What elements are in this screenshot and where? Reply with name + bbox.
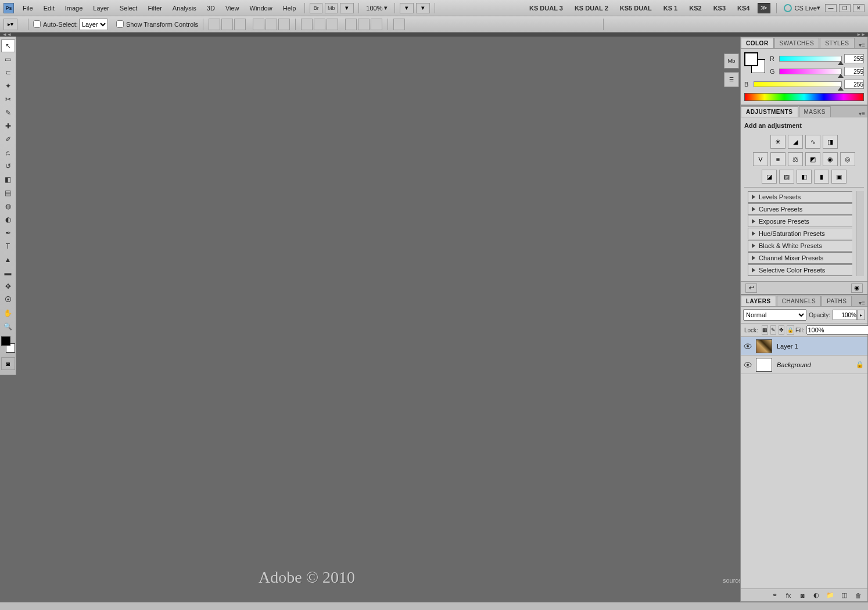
tab-adjustments[interactable]: ADJUSTMENTS bbox=[741, 106, 798, 117]
tool-preset-picker[interactable]: ▸▾ bbox=[3, 19, 17, 30]
menu-view[interactable]: View bbox=[220, 5, 245, 12]
preset-curves[interactable]: Curves Presets bbox=[748, 203, 852, 215]
tab-masks[interactable]: MASKS bbox=[799, 106, 831, 117]
gradient-tool-icon[interactable]: ▤ bbox=[1, 186, 15, 199]
minibridge-button[interactable]: Mb bbox=[325, 3, 338, 13]
layer-group-icon[interactable]: 📁 bbox=[824, 591, 836, 600]
eyedropper-tool-icon[interactable]: ✎ bbox=[1, 106, 15, 119]
visibility-icon[interactable] bbox=[743, 360, 752, 369]
gradient-map-icon[interactable]: ▮ bbox=[814, 170, 829, 184]
workspace-ks4[interactable]: KS4 bbox=[731, 5, 755, 12]
preset-huesat[interactable]: Hue/Saturation Presets bbox=[748, 228, 852, 239]
zoom-tool-icon[interactable]: 🔍 bbox=[1, 320, 15, 333]
new-layer-icon[interactable]: ◫ bbox=[838, 591, 850, 600]
preset-exposure[interactable]: Exposure Presets bbox=[748, 216, 852, 227]
g-slider[interactable] bbox=[779, 69, 842, 74]
workspace-ksdual2[interactable]: KS DUAL 2 bbox=[569, 5, 614, 12]
workspace-overflow-button[interactable]: ≫ bbox=[758, 3, 770, 13]
hue-saturation-icon[interactable]: ≡ bbox=[770, 152, 785, 166]
threshold-icon[interactable]: ◧ bbox=[797, 170, 812, 184]
color-balance-icon[interactable]: ⚖ bbox=[788, 152, 803, 166]
lock-all-icon[interactable]: 🔒 bbox=[787, 325, 794, 335]
distribute-hcenter-icon[interactable] bbox=[358, 19, 370, 30]
screen-mode-dropdown[interactable]: ▾ bbox=[416, 3, 430, 13]
auto-select-target[interactable]: Layer bbox=[79, 19, 108, 30]
workspace-ks1[interactable]: KS 1 bbox=[658, 5, 683, 12]
selective-color-icon[interactable]: ▣ bbox=[831, 170, 847, 184]
lock-transparency-icon[interactable]: ▦ bbox=[762, 325, 768, 335]
r-input[interactable] bbox=[844, 54, 864, 63]
brush-tool-icon[interactable]: ✐ bbox=[1, 133, 15, 146]
panel-menu-icon[interactable]: ▾≡ bbox=[856, 42, 867, 48]
blur-tool-icon[interactable]: ◍ bbox=[1, 200, 15, 213]
window-minimize-button[interactable]: — bbox=[825, 4, 837, 12]
3d-tool-icon[interactable]: ✥ bbox=[1, 280, 15, 293]
align-bottom-edges-icon[interactable] bbox=[234, 19, 246, 30]
healing-brush-tool-icon[interactable]: ✚ bbox=[1, 120, 15, 132]
bridge-button[interactable]: Br bbox=[310, 3, 322, 13]
panel-menu-icon[interactable]: ▾≡ bbox=[856, 300, 867, 306]
tab-channels[interactable]: CHANNELS bbox=[777, 296, 821, 306]
posterize-icon[interactable]: ▨ bbox=[779, 170, 794, 184]
history-brush-tool-icon[interactable]: ↺ bbox=[1, 160, 15, 173]
menu-file[interactable]: File bbox=[17, 5, 38, 12]
zoom-level[interactable]: 100% ▾ bbox=[366, 4, 388, 12]
window-close-button[interactable]: ✕ bbox=[853, 4, 865, 12]
menu-layer[interactable]: Layer bbox=[88, 5, 114, 12]
distribute-bottom-icon[interactable] bbox=[327, 19, 338, 30]
align-left-edges-icon[interactable] bbox=[253, 19, 264, 30]
eraser-tool-icon[interactable]: ◧ bbox=[1, 173, 15, 186]
link-layers-icon[interactable]: ⚭ bbox=[769, 591, 780, 600]
layer-style-icon[interactable]: fx bbox=[783, 591, 794, 600]
spectrum-bar[interactable] bbox=[744, 93, 864, 101]
view-extras-dropdown[interactable]: ▾ bbox=[340, 3, 354, 13]
hand-tool-icon[interactable]: ✋ bbox=[1, 307, 15, 320]
type-tool-icon[interactable]: T bbox=[1, 240, 15, 253]
color-picker-swatch[interactable] bbox=[744, 52, 765, 73]
black-white-icon[interactable]: ◩ bbox=[805, 152, 820, 166]
menu-edit[interactable]: Edit bbox=[38, 5, 60, 12]
return-to-adjustments-icon[interactable]: ↩ bbox=[745, 284, 757, 293]
photo-filter-icon[interactable]: ◉ bbox=[823, 152, 838, 166]
color-swatches[interactable] bbox=[1, 336, 15, 353]
vibrance-icon[interactable]: V bbox=[753, 152, 768, 166]
opacity-input[interactable] bbox=[833, 310, 857, 320]
layer-name[interactable]: Background bbox=[777, 361, 811, 368]
quick-mask-icon[interactable]: ◙ bbox=[1, 357, 15, 370]
collapsed-panel-icon[interactable]: Mb bbox=[724, 53, 739, 69]
move-tool-icon[interactable]: ↖ bbox=[1, 40, 15, 52]
b-slider[interactable] bbox=[754, 81, 842, 87]
pen-tool-icon[interactable]: ✒ bbox=[1, 227, 15, 239]
shape-tool-icon[interactable]: ▬ bbox=[1, 267, 15, 279]
r-slider[interactable] bbox=[779, 56, 842, 62]
dodge-tool-icon[interactable]: ◐ bbox=[1, 213, 15, 226]
marquee-tool-icon[interactable]: ▭ bbox=[1, 53, 15, 66]
tab-layers[interactable]: LAYERS bbox=[741, 296, 776, 306]
tab-color[interactable]: COLOR bbox=[741, 38, 774, 48]
collapsed-panel-icon[interactable]: ☰ bbox=[724, 72, 739, 87]
workspace-ks3[interactable]: KS3 bbox=[708, 5, 731, 12]
layer-mask-icon[interactable]: ◙ bbox=[797, 591, 808, 600]
foreground-color-swatch[interactable] bbox=[1, 336, 10, 346]
lock-pixels-icon[interactable]: ✎ bbox=[770, 325, 776, 335]
path-selection-tool-icon[interactable]: ▲ bbox=[1, 253, 15, 266]
crop-tool-icon[interactable]: ✂ bbox=[1, 93, 15, 106]
menu-help[interactable]: Help bbox=[278, 5, 302, 12]
panel-menu-icon[interactable]: ▾≡ bbox=[856, 110, 867, 117]
presets-scrollbar[interactable] bbox=[856, 191, 864, 276]
align-top-edges-icon[interactable] bbox=[209, 19, 220, 30]
window-restore-button[interactable]: ❐ bbox=[839, 4, 851, 12]
brightness-contrast-icon[interactable]: ☀ bbox=[770, 135, 785, 149]
cs-live-button[interactable]: CS Live▾ bbox=[780, 4, 824, 12]
preset-bw[interactable]: Black & White Presets bbox=[748, 240, 852, 252]
show-transform-checkbox[interactable]: Show Transform Controls bbox=[116, 20, 198, 28]
invert-icon[interactable]: ◪ bbox=[762, 170, 777, 184]
auto-select-checkbox[interactable]: Auto-Select: bbox=[33, 20, 78, 28]
quick-selection-tool-icon[interactable]: ✦ bbox=[1, 80, 15, 92]
align-vcenter-icon[interactable] bbox=[221, 19, 233, 30]
g-input[interactable] bbox=[844, 67, 864, 76]
menu-3d[interactable]: 3D bbox=[202, 5, 220, 12]
canvas-area[interactable] bbox=[16, 37, 715, 602]
blend-mode-select[interactable]: Normal bbox=[743, 309, 806, 321]
3d-camera-tool-icon[interactable]: ⦿ bbox=[1, 293, 15, 306]
